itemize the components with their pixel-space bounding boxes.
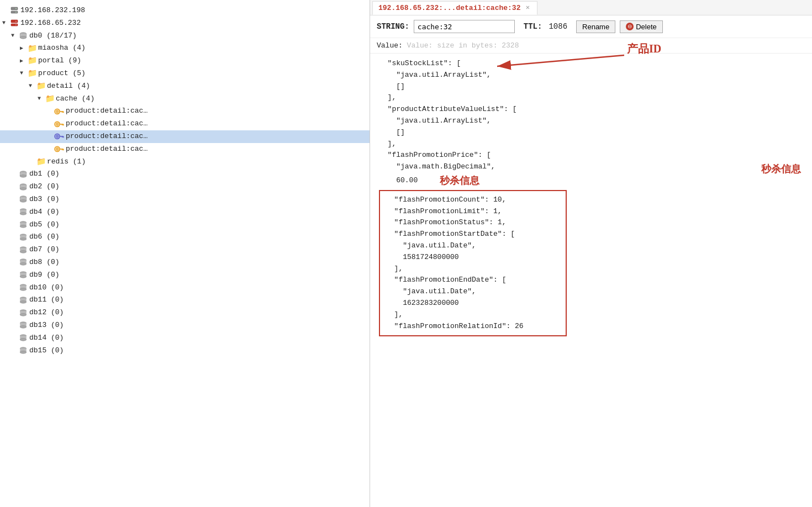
svg-point-3: [15, 12, 17, 13]
db5-icon: [19, 221, 28, 229]
server-item-2[interactable]: 192.168.65.232: [0, 17, 370, 30]
svg-point-10: [20, 36, 26, 39]
db15-label: db15: [29, 345, 51, 357]
json-content: "skuStockList": [ "java.util.ArrayList",…: [379, 58, 803, 189]
json-line: ],: [379, 139, 803, 150]
db6-item[interactable]: db6 (0): [0, 231, 370, 244]
key3-item[interactable]: product:detail:cac…: [0, 130, 370, 143]
db5-item[interactable]: db5 (0): [0, 219, 370, 231]
db14-label: db14: [29, 332, 51, 344]
redis-item[interactable]: 📁 redis (1): [0, 156, 370, 168]
svg-point-18: [57, 111, 58, 112]
chevron-db0: [11, 31, 19, 40]
key2-item[interactable]: product:detail:cac…: [0, 118, 370, 130]
db11-icon: [19, 297, 28, 304]
db0-icon: [19, 32, 28, 40]
svg-point-54: [20, 213, 26, 215]
db11-label: db11: [29, 294, 51, 306]
chevron-server2: [2, 19, 10, 28]
delete-label: Delete: [636, 23, 657, 31]
product-item[interactable]: 📁 product (5): [0, 67, 370, 80]
miaosha-item[interactable]: 📁 miaosha (4): [0, 42, 370, 55]
db12-label: db12: [29, 307, 51, 319]
db1-item[interactable]: db1 (0): [0, 168, 370, 181]
db13-item[interactable]: db13 (0): [0, 319, 370, 332]
tab-close-button[interactable]: ✕: [524, 4, 531, 12]
server-item-1[interactable]: 192.168.232.198: [0, 4, 370, 17]
db7-item[interactable]: db7 (0): [0, 244, 370, 256]
db6-label: db6: [29, 231, 46, 243]
db10-label: db10: [29, 282, 51, 294]
json-line: "flashPromotionLimit": 1,: [386, 206, 560, 218]
db8-label: db8: [29, 257, 46, 268]
db15-item[interactable]: db15 (0): [0, 345, 370, 357]
delete-button[interactable]: ⊖ Delete: [620, 20, 663, 33]
db4-icon: [19, 208, 28, 216]
db4-label: db4: [29, 207, 46, 218]
json-line: 1623283200000: [386, 298, 560, 309]
chevron-miaosha: [20, 44, 28, 53]
cache-item[interactable]: 📁 cache (4): [0, 93, 370, 105]
db13-label: db13: [29, 320, 51, 331]
db11-item[interactable]: db11 (0): [0, 294, 370, 307]
db0-item[interactable]: db0 (18/17): [0, 30, 370, 43]
detail-item[interactable]: 📁 detail (4): [0, 80, 370, 93]
folder-icon-portal: 📁: [28, 57, 36, 65]
portal-item[interactable]: 📁 portal (9): [0, 55, 370, 67]
key4-item[interactable]: product:detail:cac…: [0, 143, 370, 156]
json-line: 60.00 秒杀信息: [379, 173, 803, 189]
json-price-value: 60.00: [379, 175, 418, 187]
annotation-miaosha-right: 秒杀信息: [761, 161, 801, 177]
json-line: "java.util.Date",: [386, 286, 560, 298]
json-line: "flashPromotionEndDate": [: [386, 274, 560, 286]
folder-icon-miaosha: 📁: [28, 45, 36, 52]
db7-icon: [19, 246, 28, 254]
db8-item[interactable]: db8 (0): [0, 256, 370, 269]
db6-icon: [19, 234, 28, 241]
json-line: 1581724800000: [386, 252, 560, 263]
key1-label: product:detail:cac…: [66, 105, 147, 117]
redis-count: (1): [73, 156, 86, 168]
folder-icon-detail: 📁: [36, 82, 45, 90]
key1-item[interactable]: product:detail:cac…: [0, 105, 370, 118]
svg-rect-1: [11, 11, 18, 13]
db4-item[interactable]: db4 (0): [0, 206, 370, 219]
json-line: ],: [379, 92, 803, 104]
key-value-input[interactable]: [414, 20, 515, 33]
db12-item[interactable]: db12 (0): [0, 307, 370, 319]
server2-label: 192.168.65.232: [20, 18, 81, 29]
svg-point-44: [20, 187, 26, 190]
content-area: "skuStockList": [ "java.util.ArrayList",…: [370, 54, 812, 507]
db9-icon: [19, 271, 28, 279]
db3-item[interactable]: db3 (0): [0, 193, 370, 206]
json-line: "java.util.ArrayList",: [379, 115, 803, 127]
folder-icon-redis: 📁: [36, 158, 45, 166]
db14-item[interactable]: db14 (0): [0, 332, 370, 345]
json-line: ],: [386, 263, 560, 275]
right-panel: 192.168.65.232:...detail:cache:32 ✕ STRI…: [370, 0, 812, 507]
db9-item[interactable]: db9 (0): [0, 269, 370, 282]
rename-button[interactable]: Rename: [576, 20, 615, 33]
tab-label: 192.168.65.232:...detail:cache:32: [378, 4, 520, 12]
svg-point-60: [20, 237, 26, 240]
detail-count: (4): [77, 81, 90, 92]
svg-point-81: [20, 326, 26, 329]
svg-point-6: [15, 21, 17, 22]
svg-rect-5: [11, 24, 18, 26]
svg-point-69: [20, 276, 26, 278]
svg-point-39: [20, 175, 26, 177]
folder-icon-product: 📁: [28, 70, 36, 77]
value-row: Value: Value: size in bytes: 2328: [370, 38, 812, 54]
value-placeholder: Value: size in bytes: 2328: [407, 41, 519, 50]
miaosha-label: miaosha: [38, 43, 72, 54]
db2-label: db2: [29, 181, 46, 193]
svg-point-84: [20, 339, 26, 341]
db2-item[interactable]: db2 (0): [0, 181, 370, 193]
db10-item[interactable]: db10 (0): [0, 282, 370, 294]
db5-label: db5: [29, 219, 46, 231]
key2-label: product:detail:cac…: [66, 118, 147, 130]
active-tab[interactable]: 192.168.65.232:...detail:cache:32 ✕: [372, 1, 537, 15]
svg-rect-0: [11, 7, 18, 10]
product-label: product: [38, 68, 72, 80]
svg-point-72: [20, 288, 26, 291]
